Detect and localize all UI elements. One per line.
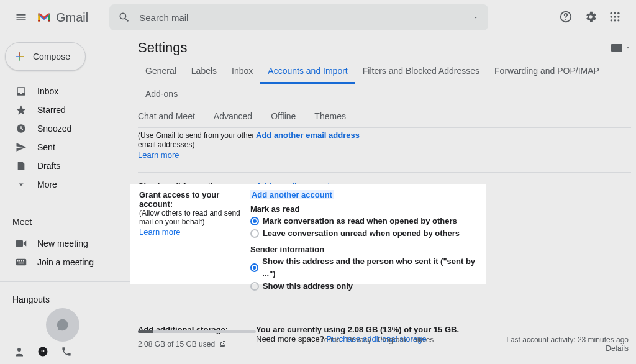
sender-info-heading: Sender information: [250, 245, 477, 254]
sidebar-item-join-meeting[interactable]: Join a meeting: [0, 253, 130, 271]
storage-bar: [138, 330, 256, 333]
tab-inbox[interactable]: Inbox: [224, 61, 260, 84]
search-placeholder: Search mail: [139, 12, 472, 23]
sidebar-item-drafts[interactable]: Drafts: [0, 157, 130, 175]
compose-button[interactable]: Compose: [5, 42, 86, 71]
send-as-learn-more[interactable]: Learn more: [138, 150, 256, 160]
svg-rect-18: [19, 263, 24, 264]
tab-labels[interactable]: Labels: [184, 61, 224, 84]
footer-terms[interactable]: Terms: [320, 335, 341, 344]
hangouts-avatar[interactable]: [46, 308, 80, 342]
contacts-icon[interactable]: [14, 346, 25, 359]
svg-point-3: [614, 12, 616, 14]
send-icon: [15, 142, 27, 153]
header: Gmail Search mail: [0, 0, 636, 35]
grant-access-title: Grant access to your account:: [139, 190, 219, 209]
sidebar-item-starred[interactable]: Starred: [0, 101, 130, 119]
mark-option-unread[interactable]: Leave conversation unread when opened by…: [250, 227, 477, 240]
search-icon: [118, 11, 130, 24]
tab-accounts-import[interactable]: Accounts and Import: [260, 61, 355, 84]
hangouts-section-label: Hangouts: [0, 288, 130, 308]
sidebar-item-more[interactable]: More: [0, 175, 130, 194]
sidebar-item-new-meeting[interactable]: New meeting: [0, 234, 130, 253]
sidebar-item-inbox[interactable]: Inbox: [0, 82, 130, 101]
tab-themes[interactable]: Themes: [314, 106, 353, 127]
svg-point-2: [611, 12, 612, 14]
radio-icon: [250, 263, 258, 272]
hangouts-icon[interactable]: [37, 346, 48, 359]
svg-point-10: [617, 19, 619, 21]
tab-general[interactable]: General: [138, 61, 184, 84]
svg-rect-15: [19, 260, 20, 262]
svg-point-1: [565, 19, 566, 20]
svg-rect-17: [23, 260, 24, 262]
radio-icon: [250, 282, 259, 291]
input-tools-icon[interactable]: [611, 44, 622, 52]
footer-activity: Last account activity: 23 minutes ago: [455, 335, 629, 344]
menu-icon[interactable]: [7, 11, 35, 24]
grant-access-section: Grant access to your account: (Allow oth…: [130, 184, 486, 284]
footer: 2.08 GB of 15 GB used Terms · Privacy · …: [138, 330, 629, 362]
svg-rect-13: [16, 259, 27, 266]
sender-option-address-only[interactable]: Show this address only: [250, 280, 477, 293]
footer-privacy[interactable]: Privacy: [347, 335, 371, 344]
chevron-down-icon[interactable]: [625, 45, 631, 51]
keyboard-icon: [15, 258, 27, 266]
svg-point-4: [617, 12, 619, 14]
star-icon: [15, 104, 27, 116]
radio-icon: [250, 229, 259, 238]
svg-point-9: [614, 19, 616, 21]
compose-label: Compose: [33, 52, 70, 61]
gear-icon[interactable]: [584, 10, 597, 25]
search-dropdown-icon[interactable]: [472, 14, 479, 21]
tab-advanced[interactable]: Advanced: [214, 106, 260, 127]
draft-icon: [15, 160, 27, 171]
sidebar-item-sent[interactable]: Sent: [0, 138, 130, 157]
meet-section-label: Meet: [0, 211, 130, 230]
help-icon[interactable]: [559, 10, 573, 25]
grant-access-hint: (Allow others to read and send mail on y…: [139, 209, 250, 226]
mark-as-read-heading: Mark as read: [250, 204, 477, 214]
phone-icon[interactable]: [61, 346, 72, 359]
apps-icon[interactable]: [609, 11, 621, 25]
radio-icon: [250, 217, 259, 225]
page-title: Settings: [138, 40, 188, 56]
svg-point-8: [611, 19, 612, 21]
tab-forwarding[interactable]: Forwarding and POP/IMAP: [487, 61, 607, 84]
svg-rect-14: [17, 260, 19, 262]
add-email-link[interactable]: Add another email address: [256, 130, 360, 140]
storage-text: 2.08 GB of 15 GB used: [138, 340, 215, 348]
sender-option-show-both[interactable]: Show this address and the person who sen…: [250, 255, 477, 280]
send-as-hint: (Use Gmail to send from your other email…: [138, 131, 254, 149]
chevron-down-icon: [15, 179, 27, 190]
plus-icon: [14, 51, 25, 62]
clock-icon: [15, 123, 27, 134]
video-icon: [15, 239, 27, 248]
app-name: Gmail: [56, 11, 88, 25]
svg-point-6: [614, 16, 616, 17]
gmail-logo[interactable]: Gmail: [36, 11, 88, 25]
mark-option-read[interactable]: Mark conversation as read when opened by…: [250, 215, 477, 227]
svg-rect-16: [21, 260, 22, 262]
svg-point-20: [39, 347, 48, 357]
svg-point-5: [611, 16, 612, 17]
settings-tabs: General Labels Inbox Accounts and Import…: [138, 61, 631, 106]
tab-addons[interactable]: Add-ons: [138, 84, 185, 105]
tab-chat-meet[interactable]: Chat and Meet: [138, 106, 202, 127]
tab-filters[interactable]: Filters and Blocked Addresses: [355, 61, 487, 84]
svg-rect-12: [16, 240, 23, 247]
svg-point-7: [617, 16, 619, 17]
footer-details[interactable]: Details: [606, 344, 629, 353]
grant-access-learn-more[interactable]: Learn more: [139, 227, 250, 237]
svg-point-19: [17, 348, 21, 352]
sidebar-item-snoozed[interactable]: Snoozed: [0, 119, 130, 138]
nav-list: Inbox Starred Snoozed Sent Drafts More: [0, 78, 130, 198]
search-bar[interactable]: Search mail: [109, 4, 488, 30]
tab-offline[interactable]: Offline: [271, 106, 303, 127]
open-new-icon[interactable]: [219, 340, 226, 348]
inbox-icon: [15, 86, 27, 97]
add-another-account-link[interactable]: Add another account: [250, 190, 334, 199]
footer-policies[interactable]: Program Policies: [378, 335, 434, 344]
